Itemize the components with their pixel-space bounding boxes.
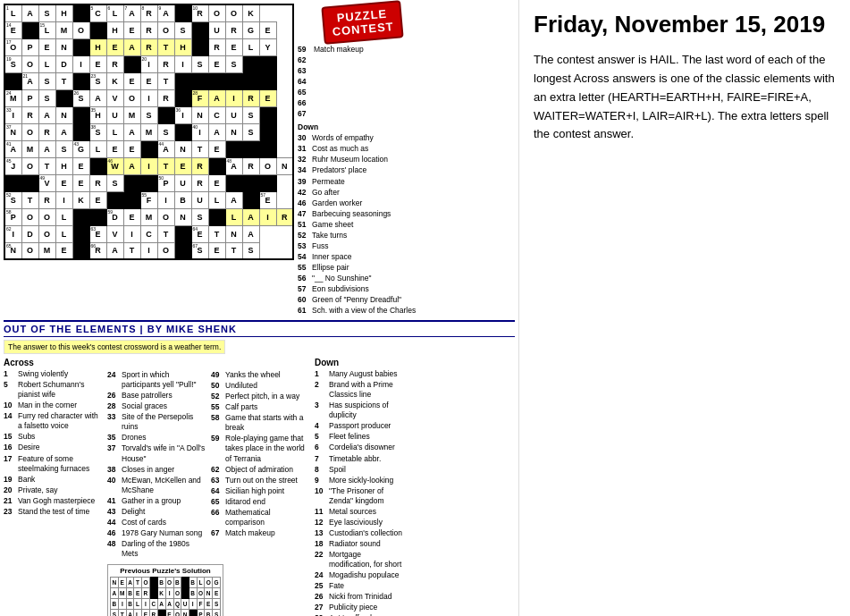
grid-cell[interactable]: 46W: [106, 157, 123, 174]
grid-cell[interactable]: I: [140, 89, 157, 106]
grid-cell[interactable]: I: [72, 55, 89, 72]
grid-cell[interactable]: 8R: [140, 4, 157, 21]
grid-cell[interactable]: 21A: [21, 72, 38, 89]
grid-cell[interactable]: [72, 208, 89, 225]
grid-cell[interactable]: H: [55, 4, 72, 21]
grid-cell[interactable]: M: [21, 140, 38, 157]
grid-cell[interactable]: 24M: [4, 89, 21, 106]
grid-cell[interactable]: M: [140, 123, 157, 140]
grid-cell[interactable]: S: [191, 208, 208, 225]
grid-cell[interactable]: 45J: [4, 157, 21, 174]
grid-cell[interactable]: L: [208, 191, 225, 208]
grid-cell[interactable]: E: [89, 55, 106, 72]
grid-cell[interactable]: 58P: [4, 208, 21, 225]
grid-cell[interactable]: A: [38, 106, 55, 123]
grid-cell[interactable]: 14E: [4, 21, 21, 38]
grid-cell[interactable]: [225, 140, 242, 157]
grid-cell[interactable]: U: [208, 21, 225, 38]
grid-cell[interactable]: 41A: [4, 140, 21, 157]
grid-cell[interactable]: D: [21, 225, 38, 242]
grid-cell[interactable]: E: [106, 140, 123, 157]
grid-cell[interactable]: A: [89, 89, 106, 106]
grid-cell[interactable]: N: [174, 208, 191, 225]
grid-cell[interactable]: A: [55, 123, 72, 140]
grid-cell[interactable]: N: [55, 106, 72, 123]
grid-cell[interactable]: S: [225, 55, 242, 72]
grid-cell[interactable]: 6L: [106, 4, 123, 21]
grid-cell[interactable]: 15L: [38, 21, 55, 38]
grid-cell[interactable]: E: [208, 174, 225, 191]
grid-cell[interactable]: 52S: [4, 191, 21, 208]
grid-cell[interactable]: E: [123, 140, 140, 157]
grid-cell[interactable]: R: [242, 157, 259, 174]
grid-cell[interactable]: [72, 4, 89, 21]
grid-cell[interactable]: A: [208, 123, 225, 140]
grid-cell[interactable]: M: [55, 21, 72, 38]
grid-cell[interactable]: 66R: [89, 242, 106, 259]
grid-cell[interactable]: 48A: [225, 157, 242, 174]
grid-cell[interactable]: S: [106, 174, 123, 191]
grid-cell[interactable]: [106, 191, 123, 208]
grid-cell[interactable]: S: [191, 55, 208, 72]
grid-cell[interactable]: [242, 140, 259, 157]
grid-cell[interactable]: L: [225, 208, 242, 225]
grid-cell[interactable]: E: [208, 140, 225, 157]
grid-cell[interactable]: A: [123, 123, 140, 140]
grid-cell[interactable]: S: [140, 106, 157, 123]
grid-cell[interactable]: E: [259, 89, 276, 106]
grid-cell[interactable]: [174, 89, 191, 106]
grid-cell[interactable]: T: [21, 191, 38, 208]
grid-cell[interactable]: C: [140, 225, 157, 242]
grid-cell[interactable]: 64E: [191, 225, 208, 242]
grid-cell[interactable]: 63E: [89, 225, 106, 242]
grid-cell[interactable]: T: [208, 225, 225, 242]
grid-cell[interactable]: R: [21, 106, 38, 123]
grid-cell[interactable]: K: [106, 72, 123, 89]
grid-cell[interactable]: 62I: [4, 225, 21, 242]
grid-cell[interactable]: [208, 157, 225, 174]
grid-cell[interactable]: O: [157, 208, 174, 225]
grid-cell[interactable]: 44A: [157, 140, 174, 157]
grid-cell[interactable]: [174, 4, 191, 21]
grid-cell[interactable]: 37N: [4, 123, 21, 140]
grid-cell[interactable]: E: [174, 157, 191, 174]
grid-cell[interactable]: H: [174, 38, 191, 55]
grid-cell[interactable]: R: [140, 21, 157, 38]
grid-cell[interactable]: 33I: [4, 106, 21, 123]
grid-cell[interactable]: R: [191, 174, 208, 191]
grid-cell[interactable]: U: [174, 174, 191, 191]
grid-cell[interactable]: 26S: [72, 89, 89, 106]
grid-cell[interactable]: N: [191, 106, 208, 123]
grid-cell[interactable]: 23S: [89, 72, 106, 89]
grid-cell[interactable]: O: [38, 225, 55, 242]
grid-cell[interactable]: [123, 174, 140, 191]
grid-cell[interactable]: N: [55, 38, 72, 55]
grid-cell[interactable]: O: [157, 21, 174, 38]
grid-cell[interactable]: M: [38, 242, 55, 259]
grid-cell[interactable]: [259, 140, 276, 157]
grid-cell[interactable]: Y: [259, 38, 276, 55]
grid-cell[interactable]: T: [157, 225, 174, 242]
grid-cell[interactable]: R: [225, 21, 242, 38]
grid-cell[interactable]: [259, 174, 276, 191]
grid-cell[interactable]: P: [21, 89, 38, 106]
grid-cell[interactable]: H: [89, 38, 106, 55]
grid-cell[interactable]: [72, 123, 89, 140]
grid-cell[interactable]: S: [174, 21, 191, 38]
grid-cell[interactable]: [72, 38, 89, 55]
grid-cell[interactable]: [174, 225, 191, 242]
grid-cell[interactable]: T: [191, 140, 208, 157]
grid-cell[interactable]: S: [38, 72, 55, 89]
grid-cell[interactable]: [72, 106, 89, 123]
grid-cell[interactable]: T: [123, 242, 140, 259]
grid-cell[interactable]: S: [242, 242, 259, 259]
grid-cell[interactable]: E: [123, 21, 140, 38]
grid-cell[interactable]: [123, 55, 140, 72]
grid-cell[interactable]: R: [276, 208, 293, 225]
grid-cell[interactable]: M: [123, 106, 140, 123]
grid-cell[interactable]: R: [38, 123, 55, 140]
grid-cell[interactable]: 35H: [89, 106, 106, 123]
grid-cell[interactable]: N: [225, 225, 242, 242]
grid-cell[interactable]: 5C: [89, 4, 106, 21]
grid-cell[interactable]: N: [276, 157, 293, 174]
